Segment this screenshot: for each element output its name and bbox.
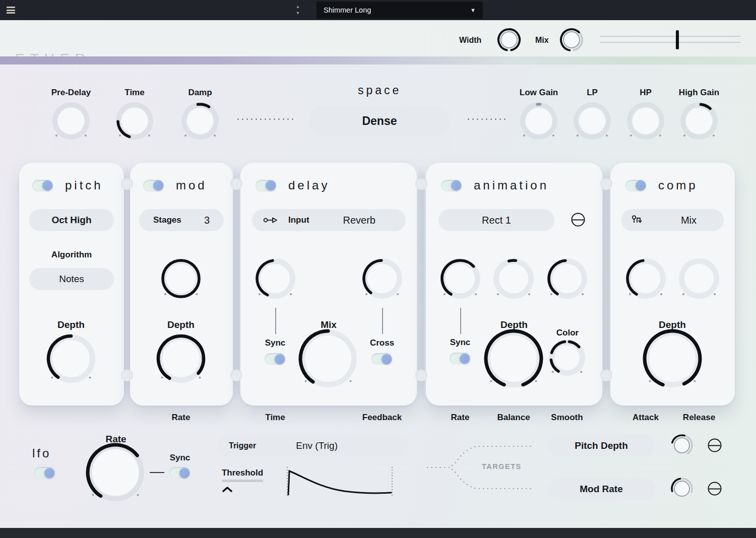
pitch-depth-knob[interactable] — [41, 329, 101, 388]
top-bar: ▲▼ Shimmer Long ▼ — [0, 0, 756, 20]
lfo-toggle[interactable] — [34, 467, 55, 479]
panel-notch — [230, 178, 242, 190]
slider-track-top — [600, 36, 741, 37]
mod-title: mod — [176, 178, 207, 192]
damp-knob[interactable] — [176, 97, 224, 145]
target-2-amount-knob[interactable] — [665, 472, 699, 506]
space-selector[interactable]: Dense — [309, 105, 450, 137]
panel-gap — [233, 165, 239, 402]
panel-gap — [124, 165, 130, 402]
comp-mode-value: Mix — [681, 215, 697, 226]
threshold-slider-handle[interactable] — [222, 486, 232, 493]
pitch-panel: pitch Oct High Algorithm Notes Depth — [19, 163, 124, 406]
delay-mix-knob[interactable] — [293, 324, 363, 393]
anim-sync-toggle[interactable] — [450, 353, 470, 364]
lp-knob[interactable] — [569, 97, 616, 145]
comp-title: comp — [658, 178, 698, 192]
delay-panel: delay Input Reverb Time Feedback Mix Syn… — [240, 163, 417, 406]
delay-sync-label: Sync — [265, 338, 286, 348]
slider-handle[interactable] — [676, 30, 679, 49]
predelay-knob[interactable] — [47, 97, 95, 145]
feedback-cross-connector — [382, 308, 383, 334]
panel-notch — [600, 178, 612, 190]
delay-feedback-label: Feedback — [362, 413, 402, 423]
mod-rate-knob[interactable] — [156, 253, 206, 304]
output-slider[interactable] — [600, 30, 741, 49]
threshold-slider-track[interactable] — [222, 480, 263, 482]
lfo-sync-label: Sync — [170, 453, 191, 463]
delay-routing-selector[interactable]: Input Reverb — [252, 209, 406, 231]
mod-panel: mod Stages 3 Rate Depth — [130, 163, 233, 406]
time-label: Time — [124, 88, 144, 98]
anim-balance-knob[interactable] — [488, 253, 539, 304]
threshold-label: Threshold — [222, 468, 263, 478]
chevron-down-icon: ▼ — [470, 7, 476, 13]
anim-rate-knob[interactable] — [435, 253, 485, 304]
comp-mode-selector[interactable]: Mix — [621, 209, 724, 231]
delay-sync-toggle[interactable] — [265, 353, 285, 365]
animation-shape-selector[interactable]: Rect 1 — [438, 209, 554, 231]
delay-time-knob[interactable] — [250, 253, 300, 304]
time-sync-connector — [275, 308, 276, 334]
time-knob[interactable] — [111, 97, 158, 145]
stages-label: Stages — [153, 215, 181, 225]
pitch-toggle[interactable] — [32, 180, 53, 191]
mod-toggle[interactable] — [143, 180, 164, 191]
pitch-algorithm-selector[interactable]: Notes — [29, 268, 114, 290]
minus-circle-icon[interactable] — [572, 213, 585, 227]
target-1-selector[interactable]: Pitch Depth — [547, 435, 655, 456]
highgain-knob[interactable] — [675, 97, 723, 145]
menu-icon[interactable] — [7, 7, 15, 14]
target-1-remove-icon[interactable] — [708, 439, 722, 452]
lowgain-knob[interactable] — [515, 97, 562, 145]
delay-time-label: Time — [265, 413, 285, 423]
rate-sync-dash — [150, 472, 164, 473]
delay-title: delay — [288, 178, 330, 192]
comp-attack-label: Attack — [633, 413, 659, 423]
lfo-title: lfo — [32, 446, 51, 460]
anim-smooth-knob[interactable] — [542, 253, 592, 304]
delay-toggle[interactable] — [256, 180, 276, 191]
width-knob[interactable] — [491, 22, 527, 57]
bottom-bar — [0, 528, 756, 538]
panel-notch — [121, 178, 133, 190]
lfo-sync-toggle[interactable] — [169, 467, 190, 479]
target-2-remove-icon[interactable] — [708, 482, 722, 496]
animation-toggle[interactable] — [441, 180, 462, 191]
comp-attack-knob[interactable] — [620, 253, 671, 304]
hp-knob[interactable] — [622, 97, 669, 145]
comp-panel: comp Mix Attack Release Depth — [610, 163, 735, 406]
space-value: Dense — [362, 114, 397, 128]
lfo-trigger-selector[interactable]: Trigger Env (Trig) — [218, 435, 408, 456]
envelope-display — [284, 465, 396, 498]
mix-knob[interactable] — [554, 22, 589, 57]
trigger-value: Env (Trig) — [296, 440, 338, 451]
preset-prev-next-arrows[interactable]: ▲▼ — [295, 4, 301, 17]
stages-value: 3 — [204, 215, 210, 226]
panel-notch — [121, 369, 133, 381]
comp-release-knob[interactable] — [674, 253, 724, 304]
pitch-mode-selector[interactable]: Oct High — [29, 209, 114, 231]
comp-depth-knob[interactable] — [638, 324, 707, 393]
mod-depth-knob[interactable] — [151, 329, 211, 388]
target-2-selector[interactable]: Mod Rate — [547, 479, 655, 500]
accent-gradient-strip — [0, 56, 756, 64]
anim-color-knob[interactable] — [544, 334, 590, 381]
comp-routing-icon — [632, 215, 645, 226]
pitch-mode-value: Oct High — [51, 215, 91, 226]
delay-feedback-knob[interactable] — [357, 253, 407, 304]
mod-stages-selector[interactable]: Stages 3 — [139, 209, 224, 231]
anim-depth-knob[interactable] — [479, 324, 548, 393]
anim-smooth-label: Smooth — [551, 413, 583, 423]
panel-notch — [600, 369, 612, 381]
mod-rate-label: Rate — [172, 413, 191, 423]
preset-selector[interactable]: Shimmer Long ▼ — [317, 2, 483, 19]
preset-name: Shimmer Long — [324, 6, 371, 14]
anim-sync-label: Sync — [450, 338, 471, 348]
delay-cross-toggle[interactable] — [371, 353, 392, 365]
highgain-label: High Gain — [679, 88, 719, 98]
lfo-rate-knob[interactable] — [81, 438, 150, 507]
target-1-amount-knob[interactable] — [665, 428, 699, 462]
comp-toggle[interactable] — [625, 180, 646, 191]
pitch-algorithm-value: Notes — [59, 274, 84, 285]
